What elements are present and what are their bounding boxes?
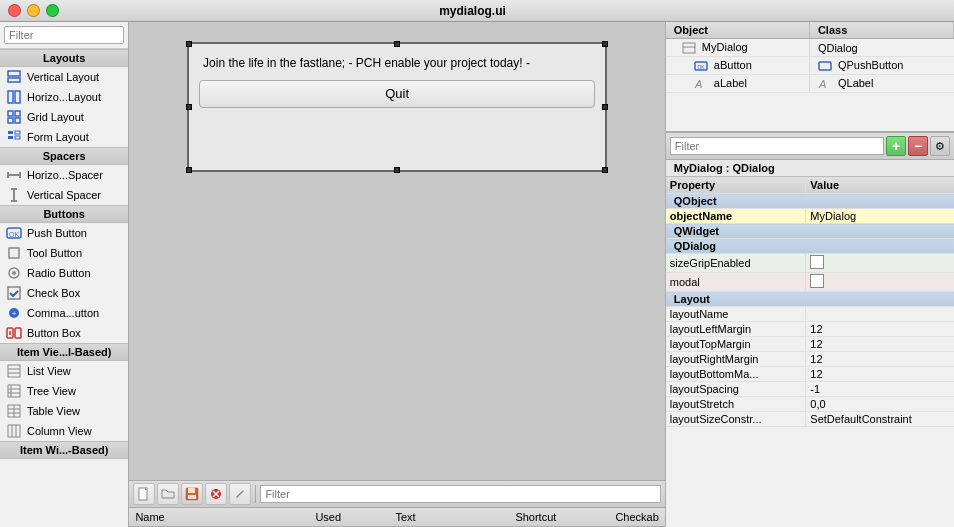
save-button[interactable] <box>181 483 203 505</box>
actions-filter-input[interactable] <box>260 485 660 503</box>
handle-tm[interactable] <box>394 41 400 47</box>
main-layout: Layouts Vertical Layout Horizo...Layout <box>0 22 954 527</box>
sidebar-item-command-button[interactable]: + Comma...utton <box>0 303 128 323</box>
quit-button[interactable]: Quit <box>199 80 595 108</box>
section-layouts: Layouts <box>0 49 128 67</box>
svg-rect-1 <box>8 78 20 82</box>
obj-name-alabel: A aLabel <box>666 75 810 92</box>
prop-name-layoutsizeconstr: layoutSizeConstr... <box>666 412 806 427</box>
objectname-input[interactable] <box>810 210 950 222</box>
sidebar-item-horizontal-layout[interactable]: Horizo...Layout <box>0 87 128 107</box>
prop-row-sizegripenabled[interactable]: sizeGripEnabled <box>666 254 954 273</box>
sidebar-item-grid-layout[interactable]: Grid Layout <box>0 107 128 127</box>
window-controls[interactable] <box>8 4 59 17</box>
prop-value-layoutleftmargin[interactable]: 12 <box>806 322 954 337</box>
open-file-button[interactable] <box>157 483 179 505</box>
sidebar-item-column-view[interactable]: Column View <box>0 421 128 441</box>
prop-value-sizegripenabled[interactable] <box>806 254 954 273</box>
sidebar-item-list-view[interactable]: List View <box>0 361 128 381</box>
prop-name-objectname: objectName <box>666 209 806 224</box>
prop-name-layoutrightmargin: layoutRightMargin <box>666 352 806 367</box>
prop-row-modal[interactable]: modal <box>666 273 954 292</box>
prop-value-layoutsizeconstr[interactable]: SetDefaultConstraint <box>806 412 954 427</box>
prop-row-layoutstretch[interactable]: layoutStretch 0,0 <box>666 397 954 412</box>
prop-name-layoutstretch: layoutStretch <box>666 397 806 412</box>
config-property-button[interactable]: ⚙ <box>930 136 950 156</box>
command-button-label: Comma...utton <box>27 307 99 319</box>
sidebar-item-tool-button[interactable]: Tool Button <box>0 243 128 263</box>
prop-value-layoutbottommargin[interactable]: 12 <box>806 367 954 382</box>
prop-row-layoutspacing[interactable]: layoutSpacing -1 <box>666 382 954 397</box>
new-file-button[interactable] <box>133 483 155 505</box>
sidebar-item-check-box[interactable]: Check Box <box>0 283 128 303</box>
sidebar-item-tree-view[interactable]: Tree View <box>0 381 128 401</box>
svg-text:OK: OK <box>697 64 705 70</box>
sidebar-item-vertical-layout[interactable]: Vertical Layout <box>0 67 128 87</box>
maximize-button[interactable] <box>46 4 59 17</box>
dialog-label: Join the life in the fastlane; - PCH ena… <box>199 54 595 72</box>
check-box-icon <box>6 285 22 301</box>
minimize-button[interactable] <box>27 4 40 17</box>
prop-value-modal[interactable] <box>806 273 954 292</box>
sidebar-item-form-layout[interactable]: Form Layout <box>0 127 128 147</box>
handle-bm[interactable] <box>394 167 400 173</box>
add-property-button[interactable]: + <box>886 136 906 156</box>
prop-row-layoutleftmargin[interactable]: layoutLeftMargin 12 <box>666 322 954 337</box>
svg-text:A: A <box>818 78 826 90</box>
handle-tl[interactable] <box>186 41 192 47</box>
prop-value-layouttopmargin[interactable]: 12 <box>806 337 954 352</box>
sidebar-item-radio-button[interactable]: Radio Button <box>0 263 128 283</box>
sidebar-item-table-view[interactable]: Table View <box>0 401 128 421</box>
property-table: Property Value QObject objectName QWidge… <box>666 177 954 427</box>
prop-value-objectname[interactable] <box>806 209 954 224</box>
prop-row-objectname[interactable]: objectName <box>666 209 954 224</box>
sidebar-item-vertical-spacer[interactable]: Vertical Spacer <box>0 185 128 205</box>
prop-row-layoutsizeconstr[interactable]: layoutSizeConstr... SetDefaultConstraint <box>666 412 954 427</box>
prop-col-property: Property <box>666 177 806 194</box>
prop-value-layoutspacing[interactable]: -1 <box>806 382 954 397</box>
col-text: Text <box>393 510 513 524</box>
col-used: Used <box>313 510 393 524</box>
dialog-window[interactable]: Join the life in the fastlane; - PCH ena… <box>187 42 607 172</box>
form-layout-icon <box>6 129 22 145</box>
property-editor-title: MyDialog : QDialog <box>666 160 954 177</box>
vertical-layout-label: Vertical Layout <box>27 71 99 83</box>
svg-rect-54 <box>819 62 831 70</box>
inspector-row-abutton[interactable]: OK aButton QPushButton <box>666 57 954 75</box>
edit-button[interactable] <box>229 483 251 505</box>
prop-value-layoutrightmargin[interactable]: 12 <box>806 352 954 367</box>
property-filter-input[interactable] <box>670 137 884 155</box>
designer-canvas[interactable]: Join the life in the fastlane; - PCH ena… <box>129 22 664 480</box>
toolbar-separator-1 <box>255 485 256 503</box>
handle-tr[interactable] <box>602 41 608 47</box>
svg-rect-6 <box>8 118 13 123</box>
layoutname-input[interactable] <box>810 308 950 320</box>
prop-row-layoutrightmargin[interactable]: layoutRightMargin 12 <box>666 352 954 367</box>
modal-checkbox[interactable] <box>810 274 824 288</box>
sidebar-item-push-button[interactable]: OK Push Button <box>0 223 128 243</box>
widget-filter-input[interactable] <box>4 26 124 44</box>
prop-row-layouttopmargin[interactable]: layoutTopMargin 12 <box>666 337 954 352</box>
handle-mr[interactable] <box>602 104 608 110</box>
svg-rect-11 <box>15 136 20 139</box>
handle-br[interactable] <box>602 167 608 173</box>
svg-rect-23 <box>8 287 20 299</box>
delete-button[interactable] <box>205 483 227 505</box>
inspector-row-alabel[interactable]: A aLabel A QLabel <box>666 75 954 93</box>
prop-value-layoutname[interactable] <box>806 307 954 322</box>
handle-ml[interactable] <box>186 104 192 110</box>
prop-col-value: Value <box>806 177 954 194</box>
prop-row-layoutname[interactable]: layoutName <box>666 307 954 322</box>
inspector-row-mydialog[interactable]: MyDialog QDialog <box>666 39 954 57</box>
svg-rect-5 <box>15 111 20 116</box>
remove-property-button[interactable]: − <box>908 136 928 156</box>
close-button[interactable] <box>8 4 21 17</box>
sidebar-item-button-box[interactable]: Button Box <box>0 323 128 343</box>
sidebar-item-horizontal-spacer[interactable]: Horizo...Spacer <box>0 165 128 185</box>
column-view-icon <box>6 423 22 439</box>
inspector-header: Object Class <box>666 22 954 39</box>
handle-bl[interactable] <box>186 167 192 173</box>
prop-row-layoutbottommargin[interactable]: layoutBottomMa... 12 <box>666 367 954 382</box>
sizegripenabled-checkbox[interactable] <box>810 255 824 269</box>
prop-value-layoutstretch[interactable]: 0,0 <box>806 397 954 412</box>
